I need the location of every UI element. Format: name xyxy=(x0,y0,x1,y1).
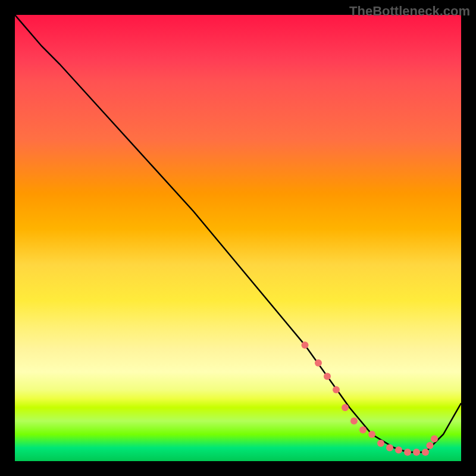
marker-dot xyxy=(368,431,375,438)
marker-dot xyxy=(427,442,434,449)
marker-dot xyxy=(359,427,367,434)
marker-dot xyxy=(342,404,349,411)
marker-dot xyxy=(413,449,420,456)
marker-dot xyxy=(377,440,384,447)
marker-dot xyxy=(431,436,438,443)
watermark-text: TheBottleneck.com xyxy=(349,4,470,19)
marker-dot xyxy=(404,449,411,456)
curve-line xyxy=(15,15,461,452)
marker-dot xyxy=(333,386,340,393)
marker-dot xyxy=(302,342,309,349)
chart-svg xyxy=(15,15,461,461)
marker-dot xyxy=(386,444,393,452)
marker-dot xyxy=(350,418,358,425)
marker-dot xyxy=(422,449,429,456)
marker-dot xyxy=(395,446,402,453)
marker-dot xyxy=(324,373,331,380)
marker-dot xyxy=(315,359,322,367)
marker-dots xyxy=(302,342,439,456)
